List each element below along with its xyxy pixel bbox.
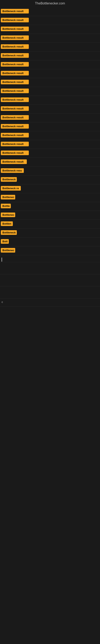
- bottleneck-badge-19[interactable]: Bottleneck resu: [1, 168, 24, 173]
- result-row-26: Bottleneck: [0, 228, 100, 238]
- bottleneck-badge-3[interactable]: Bottleneck result: [1, 26, 29, 31]
- bottleneck-badge-22[interactable]: Bottlenec: [1, 195, 15, 200]
- small-char: c: [1, 300, 4, 304]
- small-char-row: c: [0, 298, 100, 306]
- result-row-5: Bottleneck result: [0, 43, 100, 52]
- bottleneck-badge-20[interactable]: Bottleneck: [1, 177, 17, 182]
- result-row-20: Bottleneck: [0, 176, 100, 184]
- result-row-28: Bottlenec: [0, 246, 100, 255]
- bottleneck-badge-5[interactable]: Bottleneck result: [1, 44, 29, 49]
- result-row-1: Bottleneck result: [0, 7, 100, 16]
- result-row-27: Bott: [0, 238, 100, 246]
- bottleneck-badge-4[interactable]: Bottleneck result: [1, 36, 29, 40]
- bottleneck-badge-9[interactable]: Bottleneck result: [1, 80, 29, 84]
- result-row-9: Bottleneck result: [0, 78, 100, 87]
- bottleneck-badge-24[interactable]: Bottlenec: [1, 212, 15, 217]
- result-row-3: Bottleneck result: [0, 25, 100, 34]
- result-row-24: Bottlenec: [0, 211, 100, 220]
- bottleneck-badge-16[interactable]: Bottleneck result: [1, 142, 29, 146]
- bottleneck-badge-6[interactable]: Bottleneck result: [1, 53, 29, 58]
- bottleneck-badge-1[interactable]: Bottleneck result: [1, 9, 29, 14]
- bottleneck-badge-25[interactable]: Bottlen: [1, 222, 13, 226]
- result-row-25: Bottlen: [0, 220, 100, 228]
- result-row-2: Bottleneck result: [0, 16, 100, 25]
- bottleneck-badge-28[interactable]: Bottlenec: [1, 248, 15, 252]
- result-row-8: Bottleneck result: [0, 69, 100, 78]
- bottleneck-badge-12[interactable]: Bottleneck result: [1, 106, 29, 111]
- text-cursor: [1, 258, 2, 262]
- bottleneck-badge-10[interactable]: Bottleneck result: [1, 88, 29, 93]
- empty-section: [0, 306, 100, 427]
- result-row-23: Bottle: [0, 202, 100, 211]
- bottleneck-badge-15[interactable]: Bottleneck result: [1, 133, 29, 138]
- bottleneck-badge-21[interactable]: Bottleneck re: [1, 186, 21, 190]
- result-row-12: Bottleneck result: [0, 105, 100, 114]
- result-row-15: Bottleneck result: [0, 131, 100, 140]
- result-row-6: Bottleneck result: [0, 52, 100, 60]
- bottleneck-badge-11[interactable]: Bottleneck result: [1, 98, 29, 102]
- bottleneck-badge-8[interactable]: Bottleneck result: [1, 71, 29, 76]
- cursor-row: [0, 255, 100, 262]
- bottleneck-badge-13[interactable]: Bottleneck result: [1, 115, 29, 120]
- empty-row-3: [0, 286, 100, 298]
- bottleneck-badge-7[interactable]: Bottleneck result: [1, 62, 29, 66]
- bottleneck-badge-14[interactable]: Bottleneck result: [1, 124, 29, 128]
- site-title: TheBottlenecker.com: [0, 0, 100, 7]
- bottleneck-badge-17[interactable]: Bottleneck result: [1, 150, 29, 155]
- result-row-18: Bottleneck result: [0, 158, 100, 167]
- result-row-21: Bottleneck re: [0, 184, 100, 193]
- empty-row-2: [0, 274, 100, 286]
- result-row-16: Bottleneck result: [0, 140, 100, 149]
- empty-row-1: [0, 262, 100, 274]
- result-row-13: Bottleneck result: [0, 114, 100, 122]
- result-row-4: Bottleneck result: [0, 34, 100, 43]
- bottleneck-badge-27[interactable]: Bott: [1, 239, 9, 244]
- result-row-14: Bottleneck result: [0, 122, 100, 131]
- bottleneck-badge-26[interactable]: Bottleneck: [1, 230, 17, 235]
- page-wrapper: TheBottlenecker.com Bottleneck result Bo…: [0, 0, 100, 644]
- result-row-17: Bottleneck result: [0, 149, 100, 158]
- bottleneck-badge-2[interactable]: Bottleneck result: [1, 18, 29, 22]
- result-row-22: Bottlenec: [0, 193, 100, 202]
- result-row-11: Bottleneck result: [0, 96, 100, 105]
- bottleneck-badge-18[interactable]: Bottleneck result: [1, 160, 27, 164]
- bottleneck-badge-23[interactable]: Bottle: [1, 204, 11, 208]
- result-row-10: Bottleneck result: [0, 87, 100, 96]
- result-row-7: Bottleneck result: [0, 60, 100, 69]
- result-row-19: Bottleneck resu: [0, 167, 100, 176]
